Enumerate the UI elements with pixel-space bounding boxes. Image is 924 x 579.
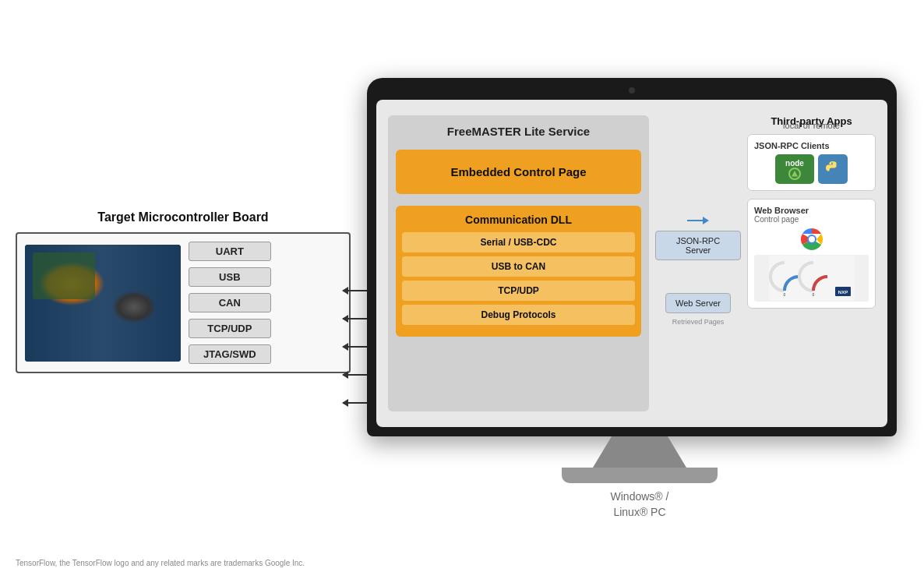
left-section: Target Microcontroller Board — [16, 210, 351, 373]
protocol-usb-can: USB to CAN — [402, 256, 635, 277]
svg-point-7 — [68, 284, 91, 299]
connector-labels: UART USB CAN TCP/UDP JTAG/SWD — [189, 242, 271, 364]
board-frame: NXP UART USB CAN TCP/UDP JTAG/SWD — [16, 232, 351, 373]
chrome-row — [754, 228, 869, 251]
svg-rect-10 — [25, 260, 31, 346]
monitor-section: FreeMASTER Lite Service Embedded Control… — [367, 78, 912, 520]
web-server-box: Web Server — [665, 293, 731, 313]
node-label: node — [785, 159, 804, 168]
monitor-screen: FreeMASTER Lite Service Embedded Control… — [376, 100, 887, 427]
web-browser-sublabel: Control page — [754, 215, 869, 224]
web-browser-box: Web Browser Control page — [747, 199, 876, 309]
embedded-control-box: Embedded Control Page — [396, 150, 641, 194]
svg-rect-14 — [142, 270, 151, 276]
protocol-tcpudp: TCP/UDP — [402, 281, 635, 301]
monitor-stand — [593, 436, 686, 468]
svg-rect-0 — [25, 245, 181, 362]
json-rpc-clients-label: JSON-RPC Clients — [754, 141, 869, 150]
third-party-subtitle: local or remote — [747, 121, 876, 130]
screen-inner: FreeMASTER Lite Service Embedded Control… — [388, 115, 876, 411]
python-icon — [823, 160, 842, 178]
svg-text:NXP: NXP — [146, 338, 161, 346]
middle-col: JSON-RPC Server Web Server Retrieved Pag… — [655, 115, 741, 411]
right-col: Third-party Apps local or remote JSON-RP… — [747, 115, 876, 411]
svg-point-6 — [56, 274, 103, 309]
comm-dll-box: Communication DLL Serial / USB-CDC USB t… — [396, 206, 641, 337]
footer-note: TensorFlow, the TensorFlow logo and any … — [16, 559, 305, 567]
json-rpc-server-box: JSON-RPC Server — [655, 231, 741, 260]
web-browser-label: Web Browser — [754, 206, 869, 215]
json-rpc-clients-box: JSON-RPC Clients node — [747, 134, 876, 191]
protocol-debug: Debug Protocols — [402, 305, 635, 325]
monitor-os-label: Windows® /Linux® PC — [367, 489, 912, 520]
connector-can: CAN — [189, 293, 271, 312]
board-image: NXP — [25, 245, 181, 362]
svg-point-5 — [44, 264, 115, 319]
gauge-svg: 0 0 NXP — [769, 256, 855, 301]
comm-dll-title: Communication DLL — [402, 214, 635, 226]
chrome-icon — [800, 228, 823, 251]
monitor-base — [562, 468, 718, 483]
python-logo — [818, 154, 848, 184]
svg-text:NXP: NXP — [838, 290, 847, 295]
protocol-serial: Serial / USB-CDC — [402, 232, 635, 252]
monitor-camera — [629, 87, 635, 94]
board-svg: NXP — [25, 245, 181, 362]
retrieved-pages-label: Retrieved Pages — [672, 318, 725, 326]
monitor-body: FreeMASTER Lite Service Embedded Control… — [367, 78, 897, 436]
connector-tcpudp: TCP/UDP — [189, 319, 271, 338]
main-container: Target Microcontroller Board — [0, 0, 924, 579]
freemaster-col: FreeMASTER Lite Service Embedded Control… — [388, 115, 649, 411]
svg-rect-12 — [142, 260, 151, 267]
node-icon — [788, 168, 801, 180]
connector-uart: UART — [189, 242, 271, 261]
gauge-preview: 0 0 NXP — [754, 255, 869, 302]
svg-point-20 — [809, 236, 815, 242]
svg-text:0: 0 — [783, 292, 785, 297]
svg-point-8 — [99, 285, 153, 329]
node-logo: node — [775, 154, 814, 184]
svg-rect-13 — [153, 260, 163, 267]
logo-row: node — [754, 154, 869, 184]
board-title: Target Microcontroller Board — [16, 210, 351, 224]
connector-jtag: JTAG/SWD — [189, 344, 271, 364]
svg-rect-15 — [134, 330, 173, 354]
freemaster-title: FreeMASTER Lite Service — [396, 125, 641, 138]
svg-text:0: 0 — [812, 292, 814, 297]
svg-rect-11 — [175, 260, 181, 346]
svg-marker-17 — [792, 171, 798, 177]
connector-usb: USB — [189, 267, 271, 287]
svg-point-9 — [109, 293, 143, 321]
